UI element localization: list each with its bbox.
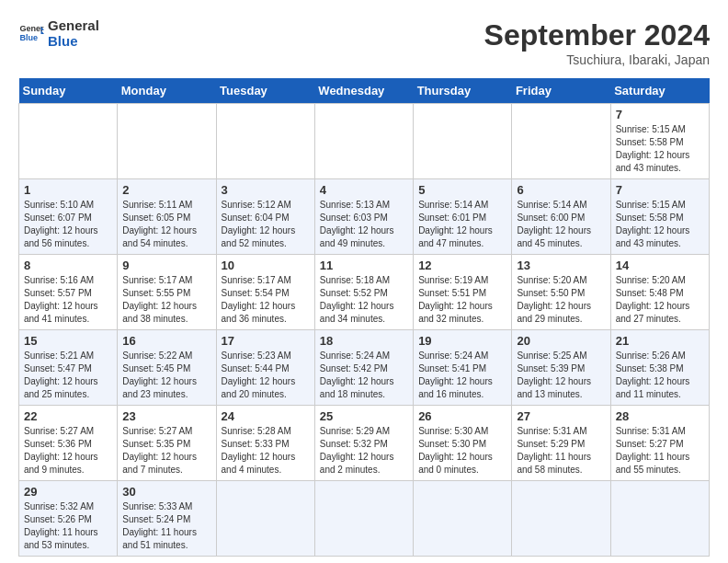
col-saturday: Saturday xyxy=(610,78,709,104)
cell-sep-8: 8 Sunrise: 5:16 AMSunset: 5:57 PMDayligh… xyxy=(19,255,118,330)
cell-sep-28: 28 Sunrise: 5:31 AMSunset: 5:27 PMDaylig… xyxy=(610,406,709,481)
cell-sep-12: 12 Sunrise: 5:19 AMSunset: 5:51 PMDaylig… xyxy=(414,255,512,330)
logo: General Blue General Blue xyxy=(18,18,99,49)
cell-sep-23: 23 Sunrise: 5:27 AMSunset: 5:35 PMDaylig… xyxy=(118,406,216,481)
page-header: General Blue General Blue September 2024… xyxy=(18,18,710,67)
table-row: 22 Sunrise: 5:27 AMSunset: 5:36 PMDaylig… xyxy=(19,406,710,481)
cell-sep-17: 17 Sunrise: 5:23 AMSunset: 5:44 PMDaylig… xyxy=(216,330,314,406)
table-row: 7 Sunrise: 5:15 AMSunset: 5:58 PMDayligh… xyxy=(19,104,710,179)
col-wednesday: Wednesday xyxy=(314,78,413,104)
cell-empty xyxy=(414,481,512,557)
cell-empty xyxy=(19,104,118,179)
cell-sep-2: 2 Sunrise: 5:11 AMSunset: 6:05 PMDayligh… xyxy=(118,179,216,255)
table-row: 8 Sunrise: 5:16 AMSunset: 5:57 PMDayligh… xyxy=(19,255,710,330)
col-thursday: Thursday xyxy=(414,78,512,104)
cell-sep-20: 20 Sunrise: 5:25 AMSunset: 5:39 PMDaylig… xyxy=(512,330,610,406)
cell-sep-27: 27 Sunrise: 5:31 AMSunset: 5:29 PMDaylig… xyxy=(512,406,610,481)
cell-sep-10: 10 Sunrise: 5:17 AMSunset: 5:54 PMDaylig… xyxy=(216,255,314,330)
cell-sep-21: 21 Sunrise: 5:26 AMSunset: 5:38 PMDaylig… xyxy=(610,330,709,406)
calendar-title: September 2024 xyxy=(484,18,710,52)
cell-sep-22: 22 Sunrise: 5:27 AMSunset: 5:36 PMDaylig… xyxy=(19,406,118,481)
cell-sep-13: 13 Sunrise: 5:20 AMSunset: 5:50 PMDaylig… xyxy=(512,255,610,330)
cell-sep-3: 3 Sunrise: 5:12 AMSunset: 6:04 PMDayligh… xyxy=(216,179,314,255)
cell-sep-25: 25 Sunrise: 5:29 AMSunset: 5:32 PMDaylig… xyxy=(314,406,413,481)
cell-sep-4: 4 Sunrise: 5:13 AMSunset: 6:03 PMDayligh… xyxy=(314,179,413,255)
calendar-subtitle: Tsuchiura, Ibaraki, Japan xyxy=(484,52,710,67)
cell-sep-16: 16 Sunrise: 5:22 AMSunset: 5:45 PMDaylig… xyxy=(118,330,216,406)
cell-sep-1: 1 Sunrise: 5:10 AMSunset: 6:07 PMDayligh… xyxy=(19,179,118,255)
cell-empty xyxy=(314,104,413,179)
logo-text-line1: General xyxy=(48,18,99,34)
cell-empty xyxy=(216,481,314,557)
cell-sep-11: 11 Sunrise: 5:18 AMSunset: 5:52 PMDaylig… xyxy=(314,255,413,330)
col-sunday: Sunday xyxy=(19,78,118,104)
table-row: 15 Sunrise: 5:21 AMSunset: 5:47 PMDaylig… xyxy=(19,330,710,406)
col-tuesday: Tuesday xyxy=(216,78,314,104)
svg-text:General: General xyxy=(19,24,44,33)
cell-sep-19: 19 Sunrise: 5:24 AMSunset: 5:41 PMDaylig… xyxy=(414,330,512,406)
cell-sep-14: 14 Sunrise: 5:20 AMSunset: 5:48 PMDaylig… xyxy=(610,255,709,330)
cell-empty xyxy=(512,481,610,557)
cell-sep-30: 30 Sunrise: 5:33 AMSunset: 5:24 PMDaylig… xyxy=(118,481,216,557)
cell-empty xyxy=(314,481,413,557)
cell-sep-15: 15 Sunrise: 5:21 AMSunset: 5:47 PMDaylig… xyxy=(19,330,118,406)
calendar-table: Sunday Monday Tuesday Wednesday Thursday… xyxy=(18,78,710,557)
cell-empty xyxy=(118,104,216,179)
cell-sep-18: 18 Sunrise: 5:24 AMSunset: 5:42 PMDaylig… xyxy=(314,330,413,406)
cell-sep-24: 24 Sunrise: 5:28 AMSunset: 5:33 PMDaylig… xyxy=(216,406,314,481)
cell-sep-7: 7 Sunrise: 5:15 AMSunset: 5:58 PMDayligh… xyxy=(610,104,709,179)
cell-sep-9: 9 Sunrise: 5:17 AMSunset: 5:55 PMDayligh… xyxy=(118,255,216,330)
cell-empty xyxy=(216,104,314,179)
svg-text:Blue: Blue xyxy=(19,33,38,42)
cell-sep-7b: 7 Sunrise: 5:15 AMSunset: 5:58 PMDayligh… xyxy=(610,179,709,255)
cell-sep-29: 29 Sunrise: 5:32 AMSunset: 5:26 PMDaylig… xyxy=(19,481,118,557)
cell-sep-5: 5 Sunrise: 5:14 AMSunset: 6:01 PMDayligh… xyxy=(414,179,512,255)
col-monday: Monday xyxy=(118,78,216,104)
logo-icon: General Blue xyxy=(18,21,44,47)
table-row: 29 Sunrise: 5:32 AMSunset: 5:26 PMDaylig… xyxy=(19,481,710,557)
logo-text-line2: Blue xyxy=(48,34,99,50)
cell-empty xyxy=(414,104,512,179)
cell-sep-26: 26 Sunrise: 5:30 AMSunset: 5:30 PMDaylig… xyxy=(414,406,512,481)
calendar-header: September 2024 Tsuchiura, Ibaraki, Japan xyxy=(484,18,710,67)
table-row: 1 Sunrise: 5:10 AMSunset: 6:07 PMDayligh… xyxy=(19,179,710,255)
col-friday: Friday xyxy=(512,78,610,104)
cell-sep-6: 6 Sunrise: 5:14 AMSunset: 6:00 PMDayligh… xyxy=(512,179,610,255)
cell-empty xyxy=(512,104,610,179)
cell-empty xyxy=(610,481,709,557)
